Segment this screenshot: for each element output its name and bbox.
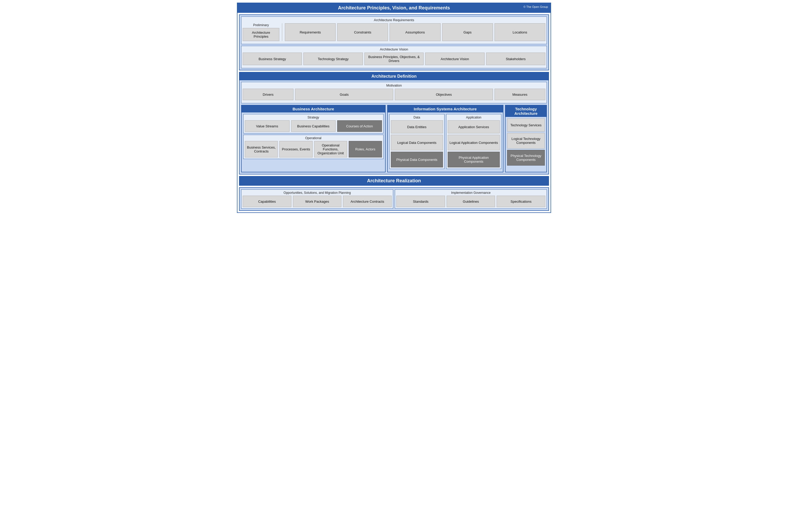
strategy-label: Strategy (245, 116, 382, 119)
objectives-box: Objectives (395, 89, 493, 100)
gaps-box: Gaps (442, 23, 493, 41)
logical-app-box: Logical Application Components (448, 135, 500, 150)
locations-box: Locations (494, 23, 545, 41)
measures-box: Measures (494, 89, 545, 100)
arch-principles-box: Architecture Principles (243, 28, 279, 41)
arch-req-label: Architecture Requirements (243, 18, 545, 22)
value-streams-box: Value Streams (245, 120, 290, 132)
processes-events-box: Processes, Events (279, 141, 312, 158)
logical-tech-box: Logical Technology Components (507, 133, 545, 148)
operational-functions-box: Operational Functions, Organization Unit (314, 141, 347, 158)
arch-def-title: Architecture Definition (239, 73, 549, 80)
work-packages-box: Work Packages (293, 196, 342, 207)
business-arch-title: Business Architecture (242, 105, 385, 112)
application-label: Application (448, 116, 500, 119)
operational-section: Operational Business Services, Contracts… (243, 135, 383, 159)
capabilities-box: Capabilities (243, 196, 291, 207)
business-strategy-box: Business Strategy (243, 53, 302, 65)
tech-services-box: Technology Services (507, 119, 545, 131)
guidelines-box: Guidelines (447, 196, 495, 207)
data-entities-box: Data Entities (391, 120, 443, 134)
data-section: Data Data Entities Logical Data Componen… (389, 114, 445, 169)
top-section-title: Architecture Principles, Vision, and Req… (338, 5, 450, 11)
top-header: Architecture Principles, Vision, and Req… (237, 3, 551, 13)
goals-box: Goals (295, 89, 393, 100)
impl-gov-label: Implementation Governance (396, 191, 545, 195)
biz-principles-box: Business Principles, Objectives, & Drive… (365, 53, 423, 65)
physical-tech-box: Physical Technology Components (507, 150, 545, 166)
arch-definition-section: Architecture Definition Motivation Drive… (239, 72, 549, 175)
strategy-section: Strategy Value Streams Business Capabili… (243, 114, 383, 134)
business-architecture-section: Business Architecture Strategy Value Str… (241, 105, 386, 172)
application-section: Application Application Services Logical… (446, 114, 501, 169)
specifications-box: Specifications (497, 196, 545, 207)
courses-of-action-box: Courses of Action (337, 120, 382, 132)
main-container: Architecture Principles, Vision, and Req… (237, 3, 551, 213)
opp-sol-section: Opportunities, Solutions, and Migration … (241, 189, 393, 209)
tech-arch-title: Technology Architecture (506, 105, 546, 117)
tech-arch-section: Technology Architecture Technology Servi… (505, 105, 547, 172)
architecture-vision-box: Architecture Vision (425, 53, 484, 65)
physical-data-box: Physical Data Components (391, 152, 443, 167)
arch-real-title: Architecture Realization (367, 178, 421, 183)
technology-strategy-box: Technology Strategy (303, 53, 362, 65)
business-capabilities-box: Business Capabilities (291, 120, 336, 132)
arch-contracts-box: Architecture Contracts (343, 196, 392, 207)
operational-label: Operational (245, 136, 382, 140)
logical-data-box: Logical Data Components (391, 135, 443, 150)
physical-app-box: Physical Application Components (448, 152, 500, 167)
arch-vision-label: Architecture Vision (243, 47, 545, 51)
motivation-label: Motivation (243, 83, 545, 87)
stakeholders-box: Stakeholders (486, 53, 545, 65)
assumptions-box: Assumptions (390, 23, 440, 41)
data-label: Data (391, 116, 443, 119)
app-services-box: Application Services (448, 120, 500, 134)
roles-actors-box: Roles, Actors (349, 141, 382, 158)
drivers-box: Drivers (243, 89, 294, 100)
impl-gov-section: Implementation Governance Standards Guid… (395, 189, 547, 209)
standards-box: Standards (396, 196, 445, 207)
arch-real-header: Architecture Realization (239, 176, 549, 186)
constraints-box: Constraints (337, 23, 388, 41)
copyright: © The Open Group (523, 5, 548, 8)
requirements-box: Requirements (285, 23, 336, 41)
opp-sol-label: Opportunities, Solutions, and Migration … (243, 191, 392, 195)
info-sys-title: Information Systems Architecture (388, 105, 503, 112)
biz-services-box: Business Services, Contracts (245, 141, 278, 158)
info-systems-section: Information Systems Architecture Data Da… (387, 105, 504, 172)
top-section: Architecture Principles, Vision, and Req… (237, 3, 551, 70)
preliminary-label: Preliminary (243, 23, 279, 27)
arch-realization-section: Architecture Realization Opportunities, … (237, 176, 551, 211)
